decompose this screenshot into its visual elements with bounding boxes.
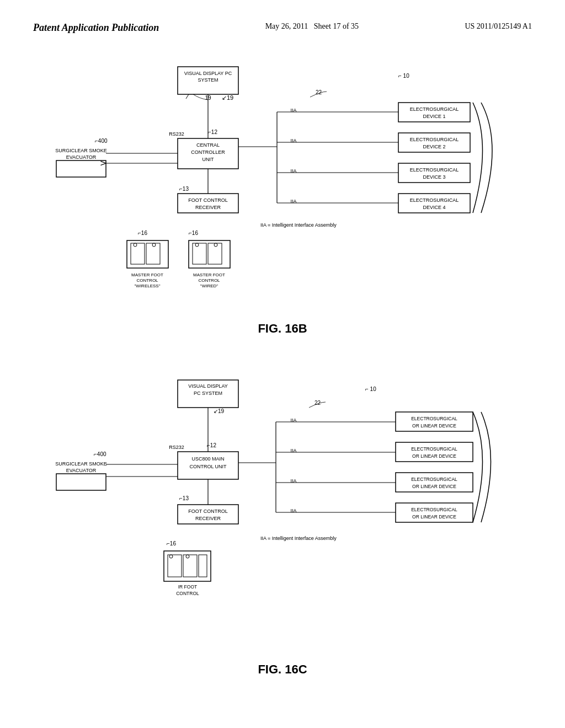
svg-text:ELECTROSURGICAL: ELECTROSURGICAL xyxy=(411,507,457,512)
svg-text:⌐ 10: ⌐ 10 xyxy=(365,386,376,392)
svg-text:DEVICE 4: DEVICE 4 xyxy=(423,205,445,210)
svg-text:⌐400: ⌐400 xyxy=(94,451,106,457)
svg-text:DEVICE 1: DEVICE 1 xyxy=(423,114,445,119)
svg-text:PC SYSTEM: PC SYSTEM xyxy=(194,390,222,396)
svg-point-94 xyxy=(169,555,173,558)
page: Patent Application Publication May 26, 2… xyxy=(0,0,565,728)
svg-text:↙19: ↙19 xyxy=(222,94,233,101)
svg-text:CONTROL UNIT: CONTROL UNIT xyxy=(189,464,227,469)
svg-text:CENTRAL: CENTRAL xyxy=(196,142,220,148)
svg-text:UNIT: UNIT xyxy=(202,157,214,162)
svg-text:⌐ 10: ⌐ 10 xyxy=(398,73,409,79)
svg-text:OR LINEAR DEVICE: OR LINEAR DEVICE xyxy=(412,453,456,459)
fig16c-svg: VISUAL DISPLAY PC SYSTEM ↙19 ⌐ 10 RS232 … xyxy=(45,363,520,656)
fig16c-label: FIG. 16C xyxy=(45,662,520,677)
svg-rect-82 xyxy=(56,474,106,490)
svg-rect-16 xyxy=(56,160,106,177)
svg-text:⌐12: ⌐12 xyxy=(208,129,217,135)
svg-text:⌐13: ⌐13 xyxy=(179,186,189,192)
svg-text:"WIRELESS": "WIRELESS" xyxy=(134,283,160,288)
svg-rect-91 xyxy=(168,555,182,577)
svg-point-38 xyxy=(214,243,217,247)
svg-text:ELECTROSURGICAL: ELECTROSURGICAL xyxy=(410,106,459,112)
svg-text:OR LINEAR DEVICE: OR LINEAR DEVICE xyxy=(412,514,456,520)
publication-title: Patent Application Publication xyxy=(33,22,159,34)
svg-text:RECEIVER: RECEIVER xyxy=(195,516,221,521)
svg-text:SURGICLEAR SMOKE: SURGICLEAR SMOKE xyxy=(55,461,107,467)
svg-text:DEVICE 3: DEVICE 3 xyxy=(423,174,445,180)
svg-text:CONTROLLER: CONTROLLER xyxy=(191,149,225,155)
svg-text:IIA = Intelligent Interface As: IIA = Intelligent Interface Assembly xyxy=(260,536,337,541)
svg-point-30 xyxy=(152,243,156,247)
svg-text:OR LINEAR DEVICE: OR LINEAR DEVICE xyxy=(412,423,456,429)
svg-text:⌐13: ⌐13 xyxy=(179,495,189,501)
svg-text:MASTER FOOT: MASTER FOOT xyxy=(131,272,163,277)
diagrams-container: VISUAL DISPLAY PC SYSTEM 19 ↙19 ⌐ 10 RS2… xyxy=(33,50,532,704)
svg-text:SURGICLEAR SMOKE: SURGICLEAR SMOKE xyxy=(55,148,107,153)
svg-text:FOOT CONTROL: FOOT CONTROL xyxy=(188,197,227,203)
svg-text:⌐400: ⌐400 xyxy=(95,138,108,144)
svg-rect-92 xyxy=(183,555,197,577)
svg-text:EVACUATOR: EVACUATOR xyxy=(66,468,97,473)
svg-line-4 xyxy=(186,94,189,99)
svg-text:CONTROL: CONTROL xyxy=(136,278,158,283)
svg-text:RS232: RS232 xyxy=(169,131,184,137)
svg-text:ELECTROSURGICAL: ELECTROSURGICAL xyxy=(410,137,459,142)
svg-text:ELECTROSURGICAL: ELECTROSURGICAL xyxy=(411,416,457,421)
page-header: Patent Application Publication May 26, 2… xyxy=(33,22,532,34)
svg-text:FOOT CONTROL: FOOT CONTROL xyxy=(188,508,227,514)
publication-date: May 26, 2011 Sheet 17 of 35 xyxy=(265,22,359,31)
svg-text:⌐16: ⌐16 xyxy=(167,540,176,547)
svg-text:CONTROL: CONTROL xyxy=(176,591,199,596)
svg-text:OR LINEAR DEVICE: OR LINEAR DEVICE xyxy=(412,484,456,489)
svg-rect-27 xyxy=(131,243,145,264)
svg-point-95 xyxy=(186,555,189,558)
svg-rect-35 xyxy=(193,243,206,264)
svg-text:RECEIVER: RECEIVER xyxy=(195,205,221,210)
svg-point-37 xyxy=(195,243,199,247)
fig16b-label: FIG. 16B xyxy=(45,322,520,336)
svg-text:EVACUATOR: EVACUATOR xyxy=(66,154,97,160)
svg-text:ELECTROSURGICAL: ELECTROSURGICAL xyxy=(410,167,459,173)
svg-text:VISUAL DISPLAY: VISUAL DISPLAY xyxy=(188,383,228,389)
svg-text:MASTER FOOT: MASTER FOOT xyxy=(193,272,225,277)
fig16b-container: VISUAL DISPLAY PC SYSTEM 19 ↙19 ⌐ 10 RS2… xyxy=(45,50,520,347)
svg-rect-93 xyxy=(199,555,207,577)
svg-text:⌐16: ⌐16 xyxy=(138,230,147,236)
svg-text:IR FOOT: IR FOOT xyxy=(178,584,197,590)
svg-text:USC800 MAIN: USC800 MAIN xyxy=(191,456,224,462)
svg-text:SYSTEM: SYSTEM xyxy=(198,77,218,83)
svg-point-29 xyxy=(134,243,137,247)
svg-text:ELECTROSURGICAL: ELECTROSURGICAL xyxy=(411,446,457,452)
svg-text:↙19: ↙19 xyxy=(214,408,225,414)
svg-text:⌐16: ⌐16 xyxy=(189,230,198,236)
svg-text:ELECTROSURGICAL: ELECTROSURGICAL xyxy=(411,477,457,482)
svg-text:"WIRED": "WIRED" xyxy=(200,283,218,288)
fig16b-svg: VISUAL DISPLAY PC SYSTEM 19 ↙19 ⌐ 10 RS2… xyxy=(45,50,520,315)
svg-text:⌐12: ⌐12 xyxy=(207,442,216,448)
publication-number: US 2011/0125149 A1 xyxy=(465,22,532,31)
svg-text:IIA = Intelligent Interface As: IIA = Intelligent Interface Assembly xyxy=(260,222,337,228)
fig16c-container: VISUAL DISPLAY PC SYSTEM ↙19 ⌐ 10 RS232 … xyxy=(45,363,520,688)
svg-text:ELECTROSURGICAL: ELECTROSURGICAL xyxy=(410,197,459,203)
svg-text:DEVICE 2: DEVICE 2 xyxy=(423,144,445,149)
svg-text:VISUAL DISPLAY PC: VISUAL DISPLAY PC xyxy=(184,71,232,76)
svg-text:RS232: RS232 xyxy=(169,445,184,450)
svg-text:CONTROL: CONTROL xyxy=(198,278,220,283)
